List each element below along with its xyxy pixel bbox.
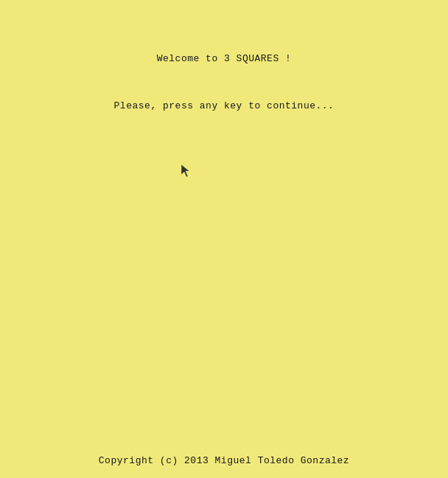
welcome-heading: Welcome to 3 SQUARES ! (157, 53, 292, 64)
svg-marker-0 (181, 164, 189, 177)
mouse-cursor-icon (181, 164, 190, 178)
press-key-message: Please, press any key to continue... (114, 100, 335, 111)
copyright-text: Copyright (c) 2013 Miguel Toledo Gonzale… (99, 455, 349, 466)
main-screen[interactable]: Welcome to 3 SQUARES ! Please, press any… (0, 0, 448, 478)
